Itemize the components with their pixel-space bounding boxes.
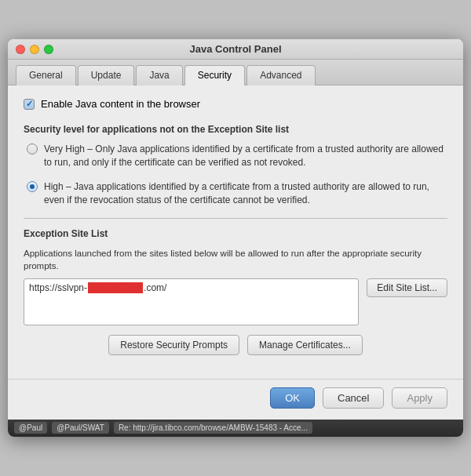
close-button[interactable] [16,45,25,54]
edit-site-list-button[interactable]: Edit Site List... [367,278,447,297]
radio-very-high[interactable] [27,144,38,154]
radio-very-high-label: Very High – Only Java applications ident… [44,143,447,169]
taskbar-item-3[interactable]: Re: http://jira.tibco.com/browse/AMBW-15… [114,422,312,434]
maximize-button[interactable] [44,45,53,54]
tab-java[interactable]: Java [136,65,182,85]
ok-button[interactable]: OK [270,387,315,409]
radio-item-very-high: Very High – Only Java applications ident… [27,143,447,169]
radio-group: Very High – Only Java applications ident… [27,143,447,206]
tab-update[interactable]: Update [78,65,135,85]
taskbar: @Paul @Paul/SWAT Re: http://jira.tibco.c… [8,420,463,437]
section-divider [24,218,447,219]
cancel-button[interactable]: Cancel [323,387,384,409]
tab-advanced[interactable]: Advanced [246,65,315,85]
apply-button[interactable]: Apply [392,387,447,409]
radio-high[interactable] [27,181,38,192]
tab-security[interactable]: Security [184,65,245,85]
exception-site-list-description: Applications launched from the sites lis… [24,247,447,272]
checkmark-icon: ✓ [26,100,33,108]
site-list-box: https://sslvpn- REDACTED .com/ [24,278,359,325]
enable-java-row: ✓ Enable Java content in the browser [24,98,447,110]
content-area: ✓ Enable Java content in the browser Sec… [8,85,463,378]
site-list-entry: https://sslvpn- REDACTED .com/ [29,282,353,293]
radio-item-high: High – Java applications identified by a… [27,180,447,207]
manage-certificates-button[interactable]: Manage Certificates... [247,335,363,355]
site-suffix: .com/ [144,282,166,293]
traffic-lights [16,45,53,54]
footer: OK Cancel Apply [8,379,463,420]
java-control-panel-window: Java Control Panel General Update Java S… [8,39,463,436]
site-prefix: https://sslvpn- [29,282,87,293]
taskbar-item-2[interactable]: @Paul/SWAT [52,422,109,434]
enable-java-label: Enable Java content in the browser [41,98,200,110]
exception-site-list-heading: Exception Site List [24,228,447,239]
window-title: Java Control Panel [189,43,281,55]
bottom-buttons: Restore Security Prompts Manage Certific… [24,335,447,355]
site-list-row: https://sslvpn- REDACTED .com/ Edit Site… [24,278,447,325]
titlebar: Java Control Panel [8,39,463,60]
radio-high-label: High – Java applications identified by a… [44,180,447,207]
tab-bar: General Update Java Security Advanced [8,60,463,85]
tab-general[interactable]: General [16,65,76,85]
enable-java-checkbox[interactable]: ✓ [24,99,35,110]
taskbar-item-1[interactable]: @Paul [14,422,47,434]
site-redacted: REDACTED [88,282,143,293]
exception-site-list-section: Exception Site List Applications launche… [24,228,447,355]
minimize-button[interactable] [30,45,39,54]
restore-security-prompts-button[interactable]: Restore Security Prompts [108,335,239,355]
security-level-heading: Security level for applications not on t… [24,124,447,135]
